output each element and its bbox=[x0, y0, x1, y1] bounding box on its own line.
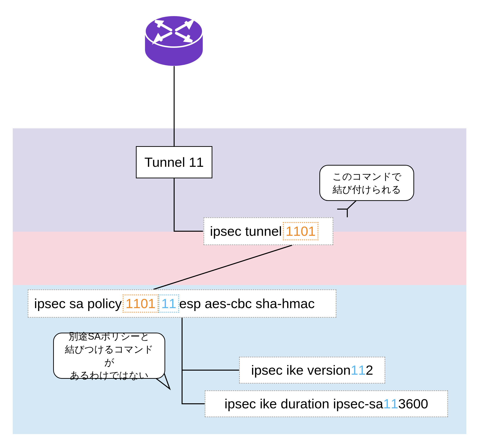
callout-bind-command: このコマンドで 結び付けられる bbox=[319, 165, 414, 201]
sa-policy-suffix: esp aes-cbc sha-hmac bbox=[179, 296, 315, 311]
callout-2-line-3: あるわけではない bbox=[70, 370, 149, 381]
node-tunnel-label: Tunnel 11 bbox=[144, 154, 204, 170]
callout-2-line-2: 結びつけるコマンドが bbox=[65, 344, 153, 367]
sa-policy-prefix: ipsec sa policy bbox=[34, 296, 122, 311]
ike-version-num-blue: 11 bbox=[351, 362, 366, 378]
router-icon bbox=[143, 7, 205, 70]
node-ipsec-tunnel: ipsec tunnel 1101 bbox=[203, 217, 333, 245]
node-sa-policy: ipsec sa policy 1101 11 esp aes-cbc sha-… bbox=[28, 289, 337, 318]
sa-policy-num-orange: 1101 bbox=[123, 294, 158, 313]
ipsec-tunnel-prefix: ipsec tunnel bbox=[210, 224, 282, 239]
node-ike-version: ipsec ike version 11 2 bbox=[239, 357, 385, 384]
node-tunnel: Tunnel 11 bbox=[136, 146, 212, 178]
callout-1-line-1: このコマンドで bbox=[332, 171, 401, 182]
callout-2-line-1: 別途SAポリシーと bbox=[68, 331, 150, 342]
ike-duration-prefix: ipsec ike duration ipsec-sa bbox=[225, 396, 383, 411]
ike-version-suffix: 2 bbox=[366, 362, 373, 378]
ike-version-prefix: ipsec ike version bbox=[251, 362, 351, 378]
sa-policy-num-blue: 11 bbox=[158, 294, 179, 313]
callout-no-extra-bind: 別途SAポリシーと 結びつけるコマンドが あるわけではない bbox=[53, 333, 165, 379]
node-ike-duration: ipsec ike duration ipsec-sa 11 3600 bbox=[205, 390, 448, 417]
ipsec-tunnel-num-orange: 1101 bbox=[283, 222, 319, 240]
ike-duration-num-blue: 11 bbox=[383, 396, 398, 411]
callout-1-line-2: 結び付けられる bbox=[333, 184, 401, 195]
ike-duration-suffix: 3600 bbox=[398, 396, 428, 411]
